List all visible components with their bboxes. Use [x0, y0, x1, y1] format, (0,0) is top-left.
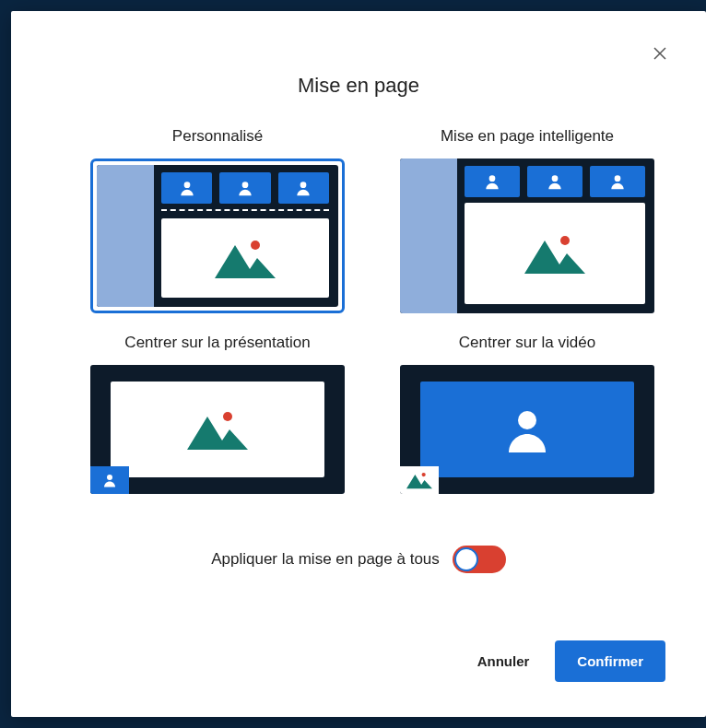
- close-button[interactable]: [649, 42, 671, 65]
- option-thumbnail: [400, 365, 654, 494]
- thumb-video-strip: [465, 166, 645, 197]
- cancel-button[interactable]: Annuler: [477, 653, 530, 669]
- person-icon: [219, 172, 270, 204]
- svg-marker-9: [524, 241, 585, 274]
- option-label: Centrer sur la vidéo: [459, 334, 595, 352]
- option-label: Personnalisé: [172, 127, 263, 146]
- svg-point-8: [560, 236, 570, 245]
- svg-marker-15: [406, 475, 432, 488]
- svg-point-7: [615, 175, 621, 182]
- mountain-icon: [215, 238, 276, 278]
- modal-title: Mise en page: [11, 74, 706, 98]
- svg-point-2: [300, 182, 307, 188]
- thumb-sidebar: [97, 165, 154, 307]
- mountain-icon: [187, 409, 248, 450]
- layout-option-smart[interactable]: Mise en page intelligente: [400, 127, 654, 313]
- mountain-icon: [524, 233, 585, 274]
- thumb-video: [420, 382, 634, 477]
- toggle-knob: [454, 547, 478, 571]
- person-icon: [500, 402, 555, 457]
- option-thumbnail: [400, 159, 654, 313]
- person-icon: [590, 166, 645, 197]
- thumb-content: [465, 203, 645, 304]
- apply-all-toggle[interactable]: [453, 546, 506, 573]
- person-icon: [465, 166, 520, 197]
- modal-footer: Annuler Confirmer: [11, 615, 706, 717]
- thumb-sidebar: [400, 159, 457, 313]
- close-icon: [652, 45, 668, 62]
- apply-all-label: Appliquer la mise en page à tous: [211, 550, 440, 569]
- option-thumbnail: [90, 159, 345, 313]
- option-thumbnail: [90, 365, 345, 494]
- layout-option-custom[interactable]: Personnalisé: [90, 127, 345, 313]
- layout-modal: Mise en page Personnalisé: [11, 11, 706, 717]
- thumb-video-strip: [161, 172, 329, 204]
- mountain-icon: [406, 471, 432, 489]
- person-icon: [161, 172, 212, 204]
- person-icon: [527, 166, 582, 197]
- person-icon: [278, 172, 329, 204]
- svg-point-1: [242, 182, 249, 188]
- layout-option-video[interactable]: Centrer sur la vidéo: [400, 334, 654, 494]
- option-label: Mise en page intelligente: [441, 127, 614, 146]
- svg-point-0: [183, 182, 190, 188]
- thumb-content-pip: [400, 466, 439, 494]
- svg-point-10: [223, 412, 232, 421]
- svg-point-6: [552, 175, 559, 182]
- svg-point-3: [251, 241, 260, 250]
- layout-options: Personnalisé: [11, 98, 706, 494]
- svg-point-14: [422, 473, 426, 476]
- layout-option-presentation[interactable]: Centrer sur la présentation: [90, 334, 345, 494]
- svg-marker-4: [215, 245, 276, 278]
- svg-point-13: [518, 411, 536, 429]
- thumb-content: [111, 382, 324, 477]
- svg-point-12: [107, 475, 112, 480]
- option-label: Centrer sur la présentation: [124, 334, 310, 352]
- thumb-divider: [161, 209, 329, 211]
- thumb-video-pip: [90, 466, 129, 494]
- svg-marker-11: [187, 417, 248, 450]
- apply-all-row: Appliquer la mise en page à tous: [11, 546, 706, 573]
- confirm-button[interactable]: Confirmer: [555, 640, 665, 682]
- thumb-content: [161, 218, 329, 298]
- svg-point-5: [489, 175, 496, 182]
- person-icon: [101, 472, 118, 488]
